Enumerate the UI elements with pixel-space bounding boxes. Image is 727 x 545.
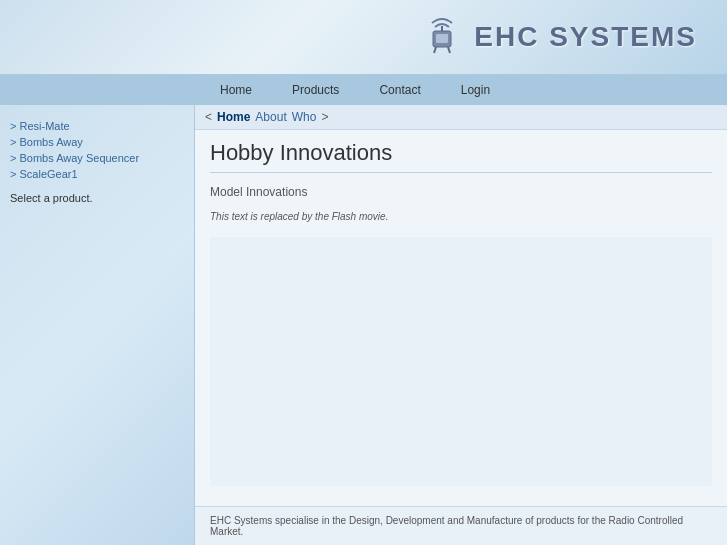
page-content: Hobby Innovations Model Innovations This… <box>195 130 727 506</box>
breadcrumb-about[interactable]: About <box>255 110 286 124</box>
page-title: Hobby Innovations <box>210 140 712 173</box>
breadcrumb-who[interactable]: Who <box>292 110 317 124</box>
sidebar-link-scalegear[interactable]: > ScaleGear1 <box>10 168 184 180</box>
sidebar: > Resi-Mate > Bombs Away > Bombs Away Se… <box>0 105 195 545</box>
sidebar-link-bombsaway[interactable]: > Bombs Away <box>10 136 184 148</box>
select-product-label: Select a product. <box>10 192 184 204</box>
logo-icon <box>418 13 466 61</box>
svg-line-4 <box>448 47 450 53</box>
breadcrumb-next[interactable]: > <box>321 110 328 124</box>
breadcrumb-home[interactable]: Home <box>217 110 250 124</box>
logo-text: EHC SYSTEMS <box>474 21 697 53</box>
flash-placeholder: This text is replaced by the Flash movie… <box>210 211 712 222</box>
nav-contact[interactable]: Contact <box>359 78 440 102</box>
logo-area: EHC SYSTEMS <box>418 13 697 61</box>
breadcrumb-prev[interactable]: < <box>205 110 212 124</box>
sidebar-link-bombsaway-seq[interactable]: > Bombs Away Sequencer <box>10 152 184 164</box>
sidebar-link-resimate[interactable]: > Resi-Mate <box>10 120 184 132</box>
header: EHC SYSTEMS <box>0 0 727 75</box>
svg-rect-1 <box>436 34 448 43</box>
main-layout: > Resi-Mate > Bombs Away > Bombs Away Se… <box>0 105 727 545</box>
navbar: Home Products Contact Login <box>0 75 727 105</box>
nav-login[interactable]: Login <box>441 78 510 102</box>
svg-line-3 <box>434 47 436 53</box>
breadcrumb: < Home About Who > <box>195 105 727 130</box>
flash-area <box>210 237 712 486</box>
content-area: < Home About Who > Hobby Innovations Mod… <box>195 105 727 545</box>
nav-products[interactable]: Products <box>272 78 359 102</box>
page-subtitle: Model Innovations <box>210 185 712 199</box>
nav-home[interactable]: Home <box>200 78 272 102</box>
footer-text: EHC Systems specialise in the Design, De… <box>195 506 727 545</box>
